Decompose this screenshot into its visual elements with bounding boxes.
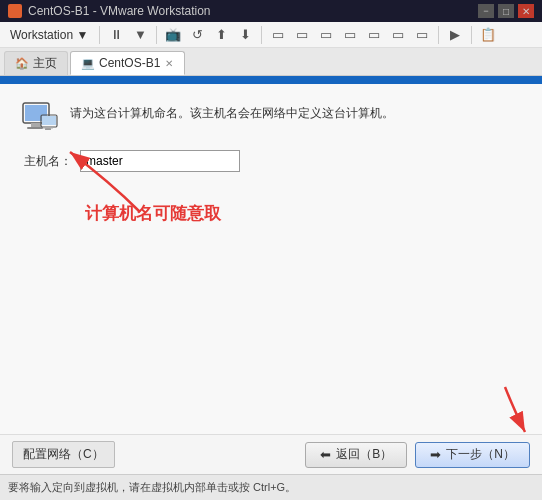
toolbar-separator-2 — [156, 26, 157, 44]
svg-rect-5 — [42, 116, 56, 125]
toolbar-btn-1[interactable]: 📺 — [162, 25, 184, 45]
computer-icon — [20, 100, 60, 136]
toolbar-btn-8[interactable]: ▭ — [339, 25, 361, 45]
description-text: 请为这台计算机命名。该主机名会在网络中定义这台计算机。 — [70, 100, 394, 123]
close-button[interactable]: ✕ — [518, 4, 534, 18]
toolbar-separator-3 — [261, 26, 262, 44]
toolbar-dropdown-1[interactable]: ▼ — [129, 25, 151, 45]
next-button[interactable]: ➡ 下一步（N） — [415, 442, 530, 468]
bottom-bar: 配置网络（C） ⬅ 返回（B） ➡ 下一步（N） — [0, 434, 542, 474]
centos-tab-icon: 💻 — [81, 57, 95, 70]
svg-rect-2 — [31, 123, 41, 127]
tab-bar: 🏠 主页 💻 CentOS-B1 ✕ — [0, 48, 542, 76]
toolbar-btn-2[interactable]: ↺ — [186, 25, 208, 45]
annotation-area: 计算机名可随意取 — [20, 182, 522, 302]
home-icon: 🏠 — [15, 57, 29, 70]
toolbar-btn-13[interactable]: 📋 — [477, 25, 499, 45]
back-label: 返回（B） — [336, 446, 392, 463]
status-text: 要将输入定向到虚拟机，请在虚拟机内部单击或按 Ctrl+G。 — [8, 480, 296, 495]
main-content: 请为这台计算机命名。该主机名会在网络中定义这台计算机。 主机名： 计算机名可随意… — [0, 76, 542, 474]
tab-home-label: 主页 — [33, 55, 57, 72]
toolbar-btn-10[interactable]: ▭ — [387, 25, 409, 45]
description-area: 请为这台计算机命名。该主机名会在网络中定义这台计算机。 — [20, 100, 522, 136]
config-network-button[interactable]: 配置网络（C） — [12, 441, 115, 468]
toolbar-btn-5[interactable]: ▭ — [267, 25, 289, 45]
progress-bar — [0, 76, 542, 84]
workstation-menu[interactable]: Workstation ▼ — [4, 26, 94, 44]
app-icon — [8, 4, 22, 18]
menu-bar: Workstation ▼ ⏸ ▼ 📺 ↺ ⬆ ⬇ ▭ ▭ ▭ ▭ ▭ ▭ ▭ … — [0, 22, 542, 48]
tab-close-icon[interactable]: ✕ — [164, 58, 174, 69]
back-button[interactable]: ⬅ 返回（B） — [305, 442, 407, 468]
minimize-button[interactable]: － — [478, 4, 494, 18]
toolbar-separator-4 — [438, 26, 439, 44]
next-arrow-container: ➡ 下一步（N） — [415, 442, 530, 468]
window-title: CentOS-B1 - VMware Workstation — [28, 4, 472, 18]
toolbar-separator-1 — [99, 26, 100, 44]
annotation-label: 计算机名可随意取 — [85, 204, 221, 223]
content-body: 请为这台计算机命名。该主机名会在网络中定义这台计算机。 主机名： 计算机名可随意… — [0, 84, 542, 434]
title-bar: CentOS-B1 - VMware Workstation － □ ✕ — [0, 0, 542, 22]
maximize-button[interactable]: □ — [498, 4, 514, 18]
next-label: 下一步（N） — [446, 446, 515, 463]
toolbar-btn-12[interactable]: ▶ — [444, 25, 466, 45]
svg-rect-7 — [43, 127, 53, 129]
tab-centos-label: CentOS-B1 — [99, 56, 160, 70]
annotation-text: 计算机名可随意取 — [85, 202, 221, 225]
toolbar-btn-7[interactable]: ▭ — [315, 25, 337, 45]
toolbar-btn-9[interactable]: ▭ — [363, 25, 385, 45]
tab-home[interactable]: 🏠 主页 — [4, 51, 68, 75]
status-bar: 要将输入定向到虚拟机，请在虚拟机内部单击或按 Ctrl+G。 — [0, 474, 542, 500]
toolbar-pause[interactable]: ⏸ — [105, 25, 127, 45]
tab-centos[interactable]: 💻 CentOS-B1 ✕ — [70, 51, 185, 75]
window-controls: － □ ✕ — [478, 4, 534, 18]
svg-rect-3 — [27, 127, 43, 129]
next-arrow — [475, 382, 535, 442]
toolbar-separator-5 — [471, 26, 472, 44]
toolbar-btn-6[interactable]: ▭ — [291, 25, 313, 45]
nav-buttons: ⬅ 返回（B） ➡ 下一步（N） — [305, 442, 530, 468]
back-icon: ⬅ — [320, 447, 331, 462]
next-icon: ➡ — [430, 447, 441, 462]
toolbar-btn-4[interactable]: ⬇ — [234, 25, 256, 45]
toolbar-btn-11[interactable]: ▭ — [411, 25, 433, 45]
toolbar-btn-3[interactable]: ⬆ — [210, 25, 232, 45]
